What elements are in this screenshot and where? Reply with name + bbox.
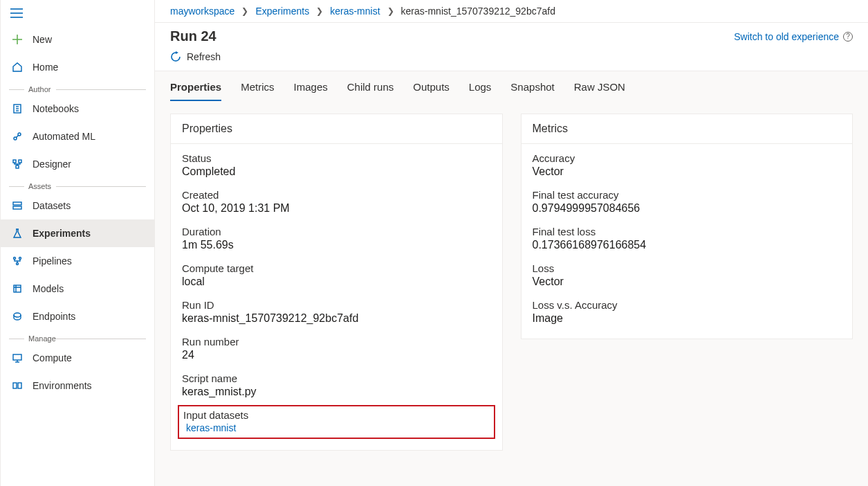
main-content: mayworkspace ❯ Experiments ❯ keras-mnist…: [155, 0, 868, 486]
prop-script-name: Script name keras_mnist.py: [182, 372, 491, 398]
prop-value: Oct 10, 2019 1:31 PM: [182, 202, 491, 215]
prop-label: Run ID: [182, 299, 491, 311]
svg-point-10: [18, 133, 21, 136]
sidebar-item-label: New: [33, 34, 52, 45]
breadcrumb-experiment[interactable]: keras-mnist: [330, 6, 380, 17]
sidebar-item-label: Endpoints: [33, 311, 75, 322]
svg-rect-11: [13, 160, 16, 163]
svg-point-16: [14, 258, 16, 260]
metric-loss: Loss Vector: [533, 262, 842, 288]
sidebar-item-designer[interactable]: Designer: [1, 150, 154, 178]
tab-outputs[interactable]: Outputs: [413, 81, 450, 101]
svg-point-17: [19, 258, 21, 260]
home-icon: [12, 62, 23, 73]
content-area: Properties Metrics Images Child runs Out…: [155, 71, 868, 486]
svg-rect-19: [14, 285, 21, 292]
svg-rect-24: [13, 383, 17, 388]
svg-point-18: [17, 263, 19, 265]
prop-label: Input datasets: [183, 409, 490, 421]
tab-logs[interactable]: Logs: [469, 81, 492, 101]
help-icon[interactable]: ?: [843, 32, 853, 42]
flask-icon: [12, 228, 23, 239]
prop-value: 24: [182, 349, 491, 361]
sidebar-item-endpoints[interactable]: Endpoints: [1, 303, 154, 330]
sidebar-section-assets: Assets: [1, 182, 154, 190]
sidebar-item-label: Home: [33, 62, 58, 73]
sidebar-item-compute[interactable]: Compute: [1, 344, 154, 372]
sidebar-item-datasets[interactable]: Datasets: [1, 192, 154, 219]
prop-label: Script name: [182, 372, 491, 384]
sidebar-item-label: Environments: [33, 380, 92, 391]
prop-value: Vector: [533, 165, 842, 178]
menu-toggle-button[interactable]: [1, 3, 154, 26]
metric-accuracy: Accuracy Vector: [533, 152, 842, 178]
sidebar-item-label: Designer: [33, 159, 71, 170]
prop-value: Image: [533, 312, 842, 325]
plus-icon: [12, 34, 23, 45]
breadcrumb-workspace[interactable]: mayworkspace: [170, 6, 234, 17]
left-navigation: New Home Author Notebooks Automated ML D…: [0, 0, 155, 486]
notebook-icon: [12, 103, 23, 114]
prop-label: Compute target: [182, 262, 491, 274]
prop-compute-target: Compute target local: [182, 262, 491, 288]
prop-created: Created Oct 10, 2019 1:31 PM: [182, 189, 491, 215]
sidebar-item-label: Datasets: [33, 200, 71, 211]
sidebar-item-label: Pipelines: [33, 255, 72, 267]
prop-input-datasets: Input datasets keras-mnist: [178, 405, 495, 439]
sidebar-item-automl[interactable]: Automated ML: [1, 123, 154, 150]
prop-label: Duration: [182, 226, 491, 237]
sidebar-item-environments[interactable]: Environments: [1, 372, 154, 399]
prop-value: local: [182, 276, 491, 288]
sidebar-item-label: Notebooks: [33, 103, 79, 114]
tab-child-runs[interactable]: Child runs: [347, 81, 394, 101]
prop-value: Completed: [182, 165, 491, 178]
breadcrumb-experiments[interactable]: Experiments: [255, 6, 309, 17]
sidebar-item-label: Compute: [33, 352, 72, 363]
sidebar-item-notebooks[interactable]: Notebooks: [1, 95, 154, 123]
pipeline-icon: [12, 255, 23, 267]
panel-body: Accuracy Vector Final test accuracy 0.97…: [521, 144, 853, 339]
page-title: Run 24: [170, 28, 216, 44]
svg-rect-14: [13, 202, 21, 205]
tab-raw-json[interactable]: Raw JSON: [574, 81, 625, 101]
prop-value: keras_mnist.py: [182, 386, 491, 398]
switch-experience-link[interactable]: Switch to old experience ?: [734, 31, 853, 42]
metric-loss-vs-accuracy: Loss v.s. Accuracy Image: [533, 299, 842, 325]
prop-label: Final test accuracy: [533, 189, 842, 201]
tab-metrics[interactable]: Metrics: [241, 81, 274, 101]
sidebar-item-pipelines[interactable]: Pipelines: [1, 247, 154, 275]
chevron-right-icon: ❯: [316, 6, 323, 16]
sidebar-section-author: Author: [1, 85, 154, 93]
automl-icon: [12, 131, 23, 142]
tab-properties[interactable]: Properties: [170, 81, 221, 101]
refresh-button[interactable]: Refresh: [155, 47, 868, 71]
refresh-icon: [170, 51, 181, 62]
svg-point-20: [14, 313, 21, 317]
sidebar-item-label: Models: [33, 283, 64, 294]
switch-experience-label: Switch to old experience: [734, 31, 839, 42]
breadcrumb: mayworkspace ❯ Experiments ❯ keras-mnist…: [155, 0, 868, 23]
prop-run-id: Run ID keras-mnist_1570739212_92bc7afd: [182, 299, 491, 325]
prop-value: 0.9794999957084656: [533, 202, 842, 215]
panel-title: Metrics: [521, 114, 853, 144]
datasets-icon: [12, 200, 23, 211]
prop-run-number: Run number 24: [182, 336, 491, 361]
title-bar: Run 24 Switch to old experience ?: [155, 23, 868, 47]
sidebar-item-new[interactable]: New: [1, 26, 154, 53]
hamburger-icon: [10, 8, 23, 18]
prop-status: Status Completed: [182, 152, 491, 178]
input-dataset-link[interactable]: keras-mnist: [183, 422, 490, 433]
breadcrumb-current: keras-mnist_1570739212_92bc7afd: [401, 6, 555, 17]
tab-images[interactable]: Images: [294, 81, 328, 101]
endpoint-icon: [12, 311, 23, 322]
sidebar-item-models[interactable]: Models: [1, 275, 154, 303]
sidebar-item-home[interactable]: Home: [1, 53, 154, 81]
prop-value: Vector: [533, 276, 842, 288]
svg-rect-21: [13, 354, 21, 360]
sidebar-item-experiments[interactable]: Experiments: [1, 219, 154, 247]
svg-point-9: [14, 137, 17, 140]
tab-snapshot[interactable]: Snapshot: [510, 81, 554, 101]
refresh-label: Refresh: [187, 51, 221, 62]
run-tabs: Properties Metrics Images Child runs Out…: [155, 71, 868, 101]
metric-final-test-accuracy: Final test accuracy 0.9794999957084656: [533, 189, 842, 215]
